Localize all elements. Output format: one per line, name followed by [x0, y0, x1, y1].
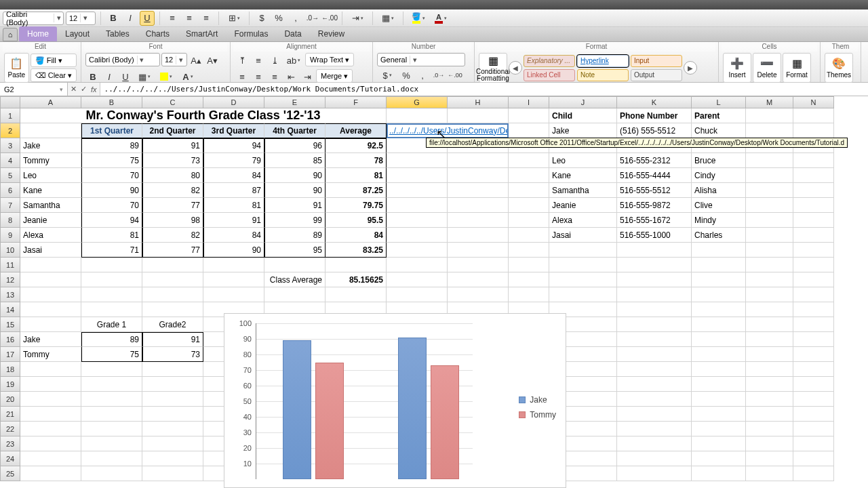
- cell-G5[interactable]: [387, 168, 448, 183]
- cell-A19[interactable]: [20, 377, 81, 392]
- cell-M15[interactable]: [746, 317, 793, 332]
- accounting-button[interactable]: $▾: [377, 68, 397, 83]
- conditional-formatting-button[interactable]: ▦Conditional Formatting: [479, 53, 507, 83]
- cell-J11[interactable]: [549, 258, 617, 272]
- cell-D10[interactable]: 90: [203, 243, 264, 258]
- row-header-20[interactable]: 20: [0, 392, 20, 407]
- cell-A3[interactable]: Jake: [20, 138, 81, 153]
- tab-smartart[interactable]: SmartArt: [178, 26, 226, 41]
- cell-D7[interactable]: 81: [203, 198, 264, 213]
- ribbon-font-color-button[interactable]: A▾: [178, 69, 198, 84]
- cell-E6[interactable]: 90: [264, 183, 326, 198]
- cell-J6[interactable]: Samantha: [549, 183, 617, 198]
- cell-J2[interactable]: Jake: [549, 123, 617, 138]
- wrap-text-button[interactable]: Wrap Text ▾: [305, 53, 354, 66]
- cell-M23[interactable]: [746, 436, 793, 451]
- cell-L5[interactable]: Cindy: [692, 168, 746, 183]
- cell-G11[interactable]: [387, 258, 448, 272]
- cell-H12[interactable]: [448, 272, 509, 287]
- cell-N1[interactable]: [793, 108, 834, 123]
- cell-D9[interactable]: 84: [203, 228, 264, 243]
- cell-K19[interactable]: [617, 377, 692, 392]
- cell-M16[interactable]: [746, 332, 793, 347]
- cell-L9[interactable]: Charles: [692, 228, 746, 243]
- cell-L20[interactable]: [692, 392, 746, 407]
- cell-J4[interactable]: Leo: [549, 153, 617, 168]
- cell-N16[interactable]: [793, 332, 834, 347]
- cell-E4[interactable]: 85: [264, 153, 326, 168]
- cancel-formula-icon[interactable]: ✕: [71, 85, 77, 94]
- cell-A25[interactable]: [20, 466, 81, 481]
- currency-button[interactable]: $: [254, 11, 269, 26]
- cell-K17[interactable]: [617, 347, 692, 362]
- style-linked-cell[interactable]: Linked Cell: [524, 69, 575, 81]
- cell-G2[interactable]: ../../../../../Users/JustinConway/Deskto…: [387, 123, 509, 138]
- cell-J13[interactable]: [549, 287, 617, 302]
- cell-M14[interactable]: [746, 302, 793, 317]
- cell-B16[interactable]: 89: [81, 332, 142, 347]
- cell-K8[interactable]: 516-555-1672: [617, 213, 692, 228]
- cell-N10[interactable]: [793, 243, 834, 258]
- embedded-chart[interactable]: 102030405060708090100 JakeTommy: [224, 313, 566, 488]
- cell-B5[interactable]: 70: [81, 168, 142, 183]
- cell-N2[interactable]: [793, 123, 834, 138]
- cell-E9[interactable]: 89: [264, 228, 326, 243]
- cell-B13[interactable]: [81, 287, 142, 302]
- col-header-G[interactable]: G: [387, 96, 448, 108]
- cell-D12[interactable]: [203, 272, 264, 287]
- row-header-12[interactable]: 12: [0, 272, 20, 287]
- font-name-combo[interactable]: Calibri (Body)▾: [3, 12, 64, 25]
- worksheet[interactable]: ABCDEFGHIJKLMN 1Mr. Conway's Fourth Grad…: [0, 96, 868, 488]
- cell-C20[interactable]: [142, 392, 203, 407]
- cell-C21[interactable]: [142, 407, 203, 422]
- cell-J12[interactable]: [549, 272, 617, 287]
- cell-B6[interactable]: 90: [81, 183, 142, 198]
- align-middle-button[interactable]: ≡: [251, 53, 266, 68]
- cell-F2[interactable]: Average: [326, 123, 387, 138]
- cell-K16[interactable]: [617, 332, 692, 347]
- cell-I2[interactable]: [509, 123, 549, 138]
- cell-K13[interactable]: [617, 287, 692, 302]
- fill-button[interactable]: 🪣Fill ▾: [31, 54, 77, 67]
- cell-M22[interactable]: [746, 422, 793, 436]
- cell-L2[interactable]: Chuck: [692, 123, 746, 138]
- cell-A20[interactable]: [20, 392, 81, 407]
- cell-B2[interactable]: 1st Quarter: [81, 123, 142, 138]
- cell-M2[interactable]: [746, 123, 793, 138]
- style-output[interactable]: Output: [631, 69, 682, 81]
- cell-C23[interactable]: [142, 436, 203, 451]
- cell-M1[interactable]: [746, 108, 793, 123]
- col-header-A[interactable]: A: [20, 96, 81, 108]
- cell-C16[interactable]: 91: [142, 332, 203, 347]
- cell-B23[interactable]: [81, 436, 142, 451]
- row-header-22[interactable]: 22: [0, 422, 20, 436]
- cell-B7[interactable]: 70: [81, 198, 142, 213]
- cell-G6[interactable]: [387, 183, 448, 198]
- cell-C8[interactable]: 98: [142, 213, 203, 228]
- cell-N5[interactable]: [793, 168, 834, 183]
- accept-formula-icon[interactable]: ✓: [81, 85, 87, 94]
- cell-H7[interactable]: [448, 198, 509, 213]
- cell-A15[interactable]: [20, 317, 81, 332]
- cell-D8[interactable]: 91: [203, 213, 264, 228]
- row-header-4[interactable]: 4: [0, 153, 20, 168]
- cell-A8[interactable]: Jeanie: [20, 213, 81, 228]
- col-header-E[interactable]: E: [264, 96, 326, 108]
- cell-A5[interactable]: Leo: [20, 168, 81, 183]
- delete-cells-button[interactable]: ➖Delete: [753, 53, 781, 83]
- cell-A10[interactable]: Jasai: [20, 243, 81, 258]
- style-input[interactable]: Input: [631, 55, 682, 67]
- row-header-14[interactable]: 14: [0, 302, 20, 317]
- cell-I12[interactable]: [509, 272, 549, 287]
- cell-C2[interactable]: 2nd Quarter: [142, 123, 203, 138]
- name-box[interactable]: G2▾: [0, 83, 68, 96]
- clear-button[interactable]: ⌫Clear ▾: [31, 68, 77, 82]
- cell-M13[interactable]: [746, 287, 793, 302]
- cell-M24[interactable]: [746, 451, 793, 466]
- cell-G12[interactable]: [387, 272, 448, 287]
- cell-N11[interactable]: [793, 258, 834, 272]
- cell-K12[interactable]: [617, 272, 692, 287]
- font-color-button[interactable]: A▾: [431, 11, 451, 26]
- align-left-button[interactable]: ≡: [165, 11, 180, 26]
- col-header-L[interactable]: L: [692, 96, 746, 108]
